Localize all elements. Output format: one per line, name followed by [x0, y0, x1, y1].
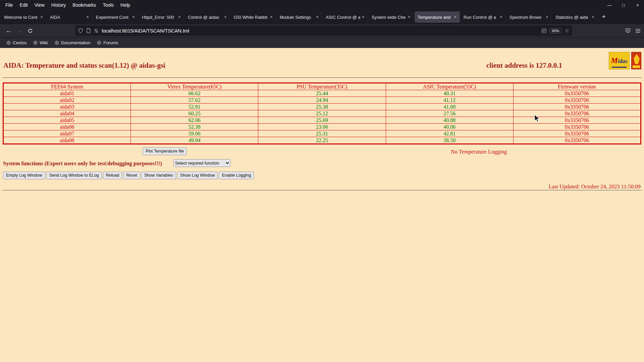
tab-close-icon[interactable]: ×: [39, 14, 45, 20]
plot-row: Plot Temperature file No Temperature Log…: [0, 147, 644, 157]
cell-system: aida08: [3, 137, 131, 144]
tab-run-control[interactable]: Run Control @ a ×: [461, 11, 506, 23]
close-button[interactable]: ×: [635, 3, 641, 8]
tab-close-icon[interactable]: ×: [452, 14, 458, 20]
cell-virtex: 57.62: [131, 97, 258, 104]
menu-history[interactable]: History: [48, 1, 69, 9]
temperature-table: FEE64 System Virtex Temperature(65C) PSU…: [3, 82, 641, 144]
cell-system: aida07: [3, 130, 131, 137]
show-variables-button[interactable]: Show Variables: [141, 172, 176, 179]
table-row: aida05 62.06 25.69 40.88 0x3350706: [3, 117, 641, 124]
tab-control-aidas[interactable]: Control @ aidas ×: [185, 11, 230, 23]
globe-icon: [97, 41, 101, 45]
tab-close-icon[interactable]: ×: [314, 14, 320, 20]
minimize-button[interactable]: —: [606, 3, 612, 8]
tab-gsi-white-rabbit[interactable]: GSI White Rabbit ×: [231, 11, 276, 23]
back-button[interactable]: ←: [3, 26, 14, 36]
function-select[interactable]: Select required function: [173, 159, 230, 167]
reload-page-button[interactable]: Reload: [103, 172, 122, 179]
new-tab-button[interactable]: +: [598, 12, 609, 22]
tab-close-icon[interactable]: ×: [406, 14, 412, 20]
table-row: aida02 57.62 24.94 41.12 0x3350706: [3, 97, 641, 104]
tab-label: AIDA: [50, 15, 85, 20]
tab-close-icon[interactable]: ×: [222, 14, 228, 20]
tab-temperature-active[interactable]: Temperature and ×: [415, 11, 460, 23]
tab-system-wide-checks[interactable]: System wide Che ×: [369, 11, 414, 23]
tab-close-icon[interactable]: ×: [85, 14, 91, 20]
pocket-icon[interactable]: [625, 28, 631, 34]
menu-file[interactable]: File: [2, 1, 16, 9]
secondary-logo[interactable]: [631, 52, 641, 69]
tab-module-settings[interactable]: Module Settings ×: [277, 11, 322, 23]
bookmark-wiki[interactable]: Wiki: [31, 39, 50, 46]
reset-button[interactable]: Reset: [123, 172, 140, 179]
menu-tools[interactable]: Tools: [99, 1, 117, 9]
url-text: localhost:8015/AIDA/TSCAN/TSCAN.tml: [102, 28, 539, 34]
tab-label: Control @ aidas: [188, 15, 222, 20]
tab-close-icon[interactable]: ×: [590, 14, 596, 20]
logging-status-text: No Temperature Logging: [451, 148, 507, 155]
navigation-toolbar: ← → localhost:8015/AIDA/TSCAN/TSCAN.tml …: [0, 24, 644, 38]
tab-asic-control[interactable]: ASIC Control @ a ×: [323, 11, 368, 23]
tab-close-icon[interactable]: ×: [130, 14, 137, 20]
bookmark-forums[interactable]: Forums: [95, 39, 120, 46]
bookmark-centos[interactable]: Centos: [4, 39, 29, 46]
tab-statistics[interactable]: Statistics @ aida ×: [552, 11, 598, 23]
cell-firmware: 0x3350706: [513, 110, 641, 117]
cell-firmware: 0x3350706: [513, 137, 641, 144]
send-log-window-to-elog-button[interactable]: Send Log Window to ELog: [46, 172, 102, 179]
reload-button[interactable]: [25, 26, 36, 36]
top-divider: [2, 77, 642, 78]
plot-temperature-file-button[interactable]: Plot Temperature file: [143, 147, 187, 155]
page-content: AIDA: Temperature and status scan(1.12) …: [0, 48, 644, 362]
tab-close-icon[interactable]: ×: [268, 14, 274, 20]
cell-system: aida04: [3, 110, 131, 117]
enable-logging-button[interactable]: Enable Logging: [219, 172, 254, 179]
col-header-firmware-version: Firmware version: [513, 83, 641, 90]
system-functions-label: System functions (Expert users only for …: [3, 160, 162, 167]
menu-help[interactable]: Help: [117, 1, 133, 9]
cell-virtex: 60.25: [131, 110, 258, 117]
flame-icon: [634, 54, 640, 64]
tab-label: GSI White Rabbit: [234, 15, 268, 20]
menu-edit[interactable]: Edit: [16, 1, 31, 9]
hamburger-menu-icon[interactable]: [635, 28, 641, 33]
page-header: AIDA: Temperature and status scan(1.12) …: [0, 48, 644, 77]
cell-psu: 25.31: [258, 130, 386, 137]
tab-welcome-centos[interactable]: Welcome to Cent ×: [1, 11, 46, 23]
menu-view[interactable]: View: [31, 1, 48, 9]
show-log-window-button[interactable]: Show Log Window: [177, 172, 218, 179]
cell-firmware: 0x3350706: [513, 124, 641, 130]
cell-asic: 27.56: [386, 110, 513, 117]
forward-button[interactable]: →: [14, 26, 25, 36]
tab-label: Module Settings: [280, 15, 314, 20]
tab-spectrum-browser[interactable]: Spectrum Brows ×: [506, 11, 552, 23]
reader-mode-icon[interactable]: [542, 28, 546, 33]
bookmark-star-icon[interactable]: ☆: [565, 28, 569, 34]
cell-asic: 41.12: [386, 97, 513, 104]
address-bar[interactable]: localhost:8015/AIDA/TSCAN/TSCAN.tml 90% …: [75, 25, 572, 36]
tab-close-icon[interactable]: ×: [498, 14, 504, 20]
tab-aida[interactable]: AIDA ×: [47, 11, 92, 23]
maximize-button[interactable]: □: [621, 3, 627, 8]
tab-label: ASIC Control @ a: [326, 15, 360, 20]
zoom-level-indicator[interactable]: 90%: [549, 28, 562, 34]
tab-experiment-control[interactable]: Experiment Cont ×: [93, 11, 138, 23]
tab-close-icon[interactable]: ×: [544, 14, 550, 20]
midas-logo[interactable]: Midas: [609, 52, 630, 69]
col-header-virtex-temperature: Virtex Temperature(65C): [131, 83, 258, 90]
empty-log-window-button[interactable]: Empty Log Window: [3, 172, 45, 179]
tab-close-icon[interactable]: ×: [360, 14, 366, 20]
tab-close-icon[interactable]: ×: [176, 14, 182, 20]
logo-area: Midas: [609, 52, 641, 69]
tab-httpd-error[interactable]: Httpd_Error: 500 ×: [139, 11, 184, 23]
site-info-icon: [86, 28, 91, 33]
client-address-text: client address is 127.0.0.1: [486, 61, 562, 70]
table-row: aida03 52.81 25.38 41.00 0x3350706: [3, 104, 641, 110]
cell-virtex: 66.62: [131, 90, 258, 97]
mouse-cursor: [534, 114, 540, 123]
cell-asic: 38.50: [386, 137, 513, 144]
bookmark-documentation[interactable]: Documentation: [52, 39, 93, 46]
menu-bookmarks[interactable]: Bookmarks: [69, 1, 99, 9]
globe-icon: [6, 41, 11, 45]
